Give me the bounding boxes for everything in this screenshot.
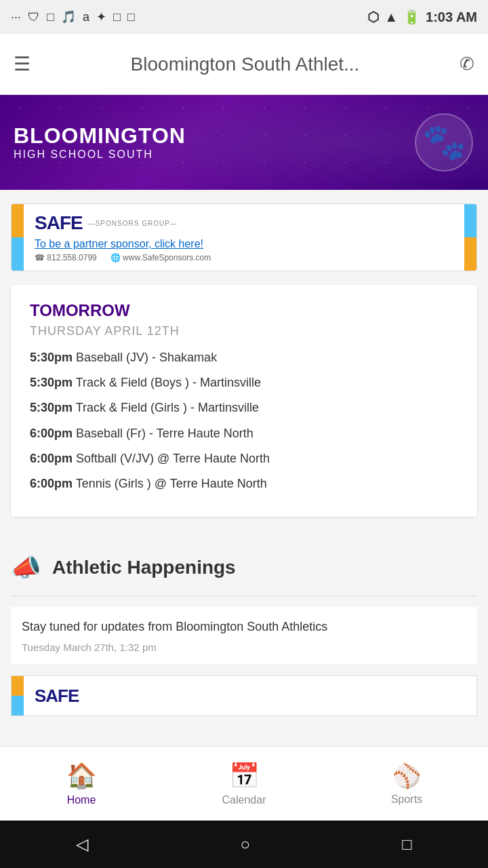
schedule-items-list: 5:30pm Baseball (JV) - Shakamak5:30pm Tr… [30,349,458,492]
status-icons-left: ··· 🛡 □ 🎵 a ✦ □ □ [11,9,135,24]
schedule-item: 5:30pm Track & Field (Boys ) - Martinsvi… [30,374,458,391]
schedule-event: Track & Field (Girls ) - Martinsville [76,401,259,414]
main-content: SAFE —SPONSORS GROUP— To be a partner sp… [0,190,488,547]
home-icon: 🏠 [66,762,97,790]
svg-text:🐾: 🐾 [422,121,466,163]
ad-website: 🌐 www.SafeSponsors.com [110,253,211,262]
happenings-item: Stay tuned for updates from Bloomington … [11,607,477,665]
schedule-time: 6:00pm [30,452,73,465]
schedule-item: 6:00pm Softball (V/JV) @ Terre Haute Nor… [30,450,458,467]
happenings-header: 📣 Athletic Happenings [11,553,477,582]
home-button[interactable]: ○ [240,835,250,854]
ad-banner-bottom-partial: SAFE [11,675,477,716]
schedule-time: 5:30pm [30,376,73,389]
nav-calendar-label: Calendar [222,794,266,806]
app-icon-2: □ [127,10,135,24]
recents-button[interactable]: □ [402,835,412,854]
tomorrow-label: TOMORROW [30,301,458,320]
partial-ad-content: SAFE [24,676,89,715]
schedule-time: 5:30pm [30,401,73,414]
schedule-event: Baseball (JV) - Shakamak [76,351,217,364]
ad-tagline: To be a partner sponsor, click here! [35,238,453,250]
happenings-section: 📣 Athletic Happenings Stay tuned for upd… [0,547,488,675]
ad-logo-row: SAFE —SPONSORS GROUP— [35,212,453,234]
shield-icon: 🛡 [28,10,40,24]
hero-title-line1: BLOOMINGTON [14,124,186,148]
happenings-item-date: Tuesday March 27th, 1:32 pm [22,642,466,653]
schedule-item: 6:00pm Baseball (Fr) - Terre Haute North [30,425,458,442]
bottom-navigation: 🏠 Home 📅 Calendar ⚾ Sports [0,746,488,821]
schedule-event: Track & Field (Boys ) - Martinsville [76,376,261,389]
ad-contact: ☎ 812.558.0799 🌐 www.SafeSponsors.com [35,253,453,262]
schedule-event: Tennis (Girls ) @ Terre Haute North [76,477,267,490]
nav-item-sports[interactable]: ⚾ Sports [325,762,488,806]
ad-phone: ☎ 812.558.0799 [35,253,97,262]
schedule-event: Baseball (Fr) - Terre Haute North [76,427,253,440]
status-icons-right: ⬡ ▲ 🔋 1:03 AM [367,9,477,25]
partial-ad[interactable]: SAFE [11,675,477,716]
app-bar-title: Bloomington South Athlet... [30,54,460,75]
schedule-time: 5:30pm [30,351,73,364]
hero-banner: BLOOMINGTON HIGH SCHOOL SOUTH 🐾 [0,95,488,190]
app-icon-1: □ [113,10,121,24]
battery-icon: 🔋 [403,9,420,25]
ad-right-stripe [464,204,476,271]
schedule-item: 6:00pm Tennis (Girls ) @ Terre Haute Nor… [30,475,458,492]
ad-content: SAFE —SPONSORS GROUP— To be a partner sp… [24,204,464,271]
schedule-card: TOMORROW THURSDAY APRIL 12TH 5:30pm Base… [11,285,477,517]
happenings-items-list: Stay tuned for updates from Bloomington … [11,607,477,665]
nav-item-calendar[interactable]: 📅 Calendar [163,762,325,806]
sync-icon: ✦ [96,9,106,24]
partial-ad-logo: SAFE [35,686,79,707]
app-bar: ☰ Bloomington South Athlet... ✆ [0,34,488,95]
mascot-image: 🐾 [413,112,474,173]
partial-ad-left-stripe [12,676,24,715]
schedule-time: 6:00pm [30,427,73,440]
amazon-icon: a [83,10,89,24]
calendar-icon: 📅 [229,762,260,790]
ad-tagline-cta[interactable]: click here! [155,238,203,250]
schedule-event: Softball (V/JV) @ Terre Haute North [76,452,270,465]
status-time: 1:03 AM [426,9,477,25]
ad-logo-sub: —SPONSORS GROUP— [88,220,178,227]
sim-icon: □ [47,10,54,24]
happenings-item-text: Stay tuned for updates from Bloomington … [22,618,466,636]
nav-sports-label: Sports [391,793,422,806]
schedule-item: 5:30pm Baseball (JV) - Shakamak [30,349,458,366]
music-icon: 🎵 [61,9,76,24]
sports-icon: ⚾ [392,762,421,789]
hero-text: BLOOMINGTON HIGH SCHOOL SOUTH [14,124,186,160]
system-navigation: ◁ ○ □ [0,821,488,868]
bluetooth-icon: ⬡ [367,9,379,25]
schedule-time: 6:00pm [30,477,73,490]
happenings-title: Athletic Happenings [52,557,236,578]
hero-title-line2: HIGH SCHOOL SOUTH [14,149,186,161]
back-button[interactable]: ◁ [76,835,88,854]
wifi-icon: ▲ [384,9,398,25]
nav-item-home[interactable]: 🏠 Home [0,762,163,806]
schedule-item: 5:30pm Track & Field (Girls ) - Martinsv… [30,399,458,416]
nav-home-label: Home [67,794,96,806]
status-bar: ··· 🛡 □ 🎵 a ✦ □ □ ⬡ ▲ 🔋 1:03 AM [0,0,488,34]
menu-button[interactable]: ☰ [14,53,30,75]
notification-dots: ··· [11,10,21,24]
ad-banner-top[interactable]: SAFE —SPONSORS GROUP— To be a partner sp… [11,203,477,271]
phone-button[interactable]: ✆ [460,54,474,75]
ad-tagline-prefix: To be a partner sponsor, [35,238,155,250]
schedule-date: THURSDAY APRIL 12TH [30,324,458,338]
happenings-divider [11,595,477,596]
ad-left-stripe [12,204,24,271]
megaphone-icon: 📣 [11,553,41,582]
ad-logo: SAFE [35,212,83,234]
